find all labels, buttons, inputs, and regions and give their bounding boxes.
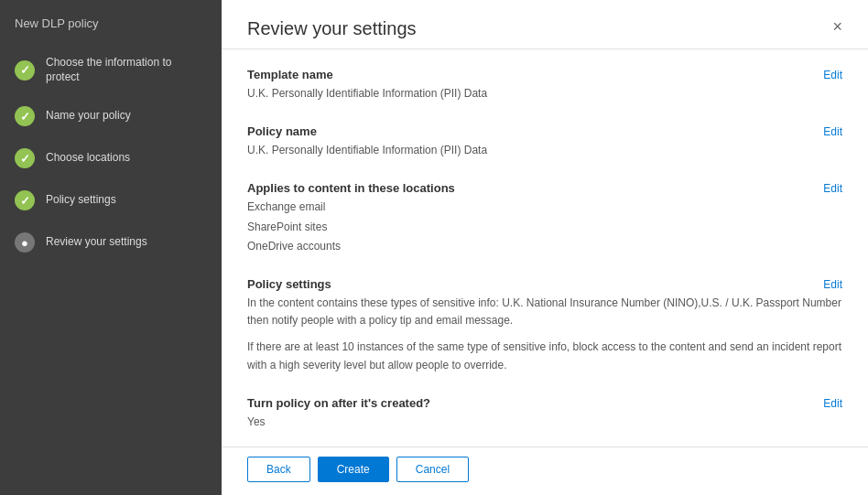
template-name-edit-button[interactable]: Edit [823, 69, 842, 81]
location-onedrive: OneDrive accounts [247, 238, 842, 255]
section-policy-name-header: Policy name Edit [247, 124, 842, 138]
step-icon-choose-info: ✓ [15, 60, 35, 81]
main-body: Template name Edit U.K. Personally Ident… [222, 49, 868, 447]
policy-settings-label: Policy settings [247, 277, 331, 291]
section-applies-to: Applies to content in these locations Ed… [247, 181, 842, 255]
main-header: Review your settings × [222, 0, 868, 49]
section-applies-to-header: Applies to content in these locations Ed… [247, 181, 842, 195]
sidebar-label-name-policy: Name your policy [46, 109, 131, 124]
policy-settings-paragraph-1: In the content contains these types of s… [247, 295, 842, 329]
policy-settings-paragraph-2: If there are at least 10 instances of th… [247, 339, 842, 373]
sidebar-item-choose-locations[interactable]: ✓ Choose locations [0, 137, 222, 179]
sidebar-item-policy-settings[interactable]: ✓ Policy settings [0, 179, 222, 221]
section-template-name-header: Template name Edit [247, 68, 842, 81]
template-name-label: Template name [247, 68, 333, 81]
applies-to-edit-button[interactable]: Edit [823, 182, 842, 195]
step-icon-policy-settings: ✓ [15, 190, 35, 210]
policy-name-edit-button[interactable]: Edit [823, 125, 842, 138]
page-title: Review your settings [247, 18, 417, 39]
section-policy-name: Policy name Edit U.K. Personally Identif… [247, 124, 842, 159]
sidebar-item-name-policy[interactable]: ✓ Name your policy [0, 95, 222, 137]
step-icon-review-settings: ● [15, 232, 35, 253]
create-button[interactable]: Create [318, 457, 389, 482]
sidebar-label-policy-settings: Policy settings [46, 193, 116, 208]
step-icon-name-policy: ✓ [15, 106, 35, 126]
main-footer: Back Create Cancel [222, 447, 868, 495]
sidebar-label-review-settings: Review your settings [46, 235, 147, 250]
sidebar-title: New DLP policy [0, 0, 222, 45]
sidebar-label-choose-info: Choose the information to protect [46, 56, 207, 84]
policy-name-label: Policy name [247, 124, 317, 138]
sidebar-label-choose-locations: Choose locations [46, 151, 130, 166]
policy-name-value: U.K. Personally Identifiable Information… [247, 142, 842, 159]
policy-settings-edit-button[interactable]: Edit [823, 278, 842, 291]
turn-policy-on-edit-button[interactable]: Edit [823, 397, 842, 410]
close-button[interactable]: × [832, 18, 842, 35]
sidebar-item-choose-info[interactable]: ✓ Choose the information to protect [0, 45, 222, 95]
section-policy-settings-header: Policy settings Edit [247, 277, 842, 291]
section-turn-policy-on-header: Turn policy on after it's created? Edit [247, 396, 842, 410]
policy-settings-values: In the content contains these types of s… [247, 295, 842, 374]
sidebar-item-review-settings[interactable]: ● Review your settings [0, 221, 222, 264]
turn-policy-on-value: Yes [247, 414, 842, 431]
template-name-value: U.K. Personally Identifiable Information… [247, 85, 842, 102]
applies-to-label: Applies to content in these locations [247, 181, 455, 195]
cancel-button[interactable]: Cancel [396, 457, 469, 482]
location-exchange: Exchange email [247, 199, 842, 216]
section-policy-settings: Policy settings Edit In the content cont… [247, 277, 842, 374]
section-turn-policy-on: Turn policy on after it's created? Edit … [247, 396, 842, 431]
back-button[interactable]: Back [247, 457, 310, 482]
section-template-name: Template name Edit U.K. Personally Ident… [247, 68, 842, 102]
sidebar: New DLP policy ✓ Choose the information … [0, 0, 222, 495]
location-sharepoint: SharePoint sites [247, 219, 842, 236]
main-content: Review your settings × Template name Edi… [222, 0, 868, 495]
turn-policy-on-label: Turn policy on after it's created? [247, 396, 430, 410]
step-icon-choose-locations: ✓ [15, 148, 35, 168]
applies-to-values: Exchange email SharePoint sites OneDrive… [247, 199, 842, 255]
